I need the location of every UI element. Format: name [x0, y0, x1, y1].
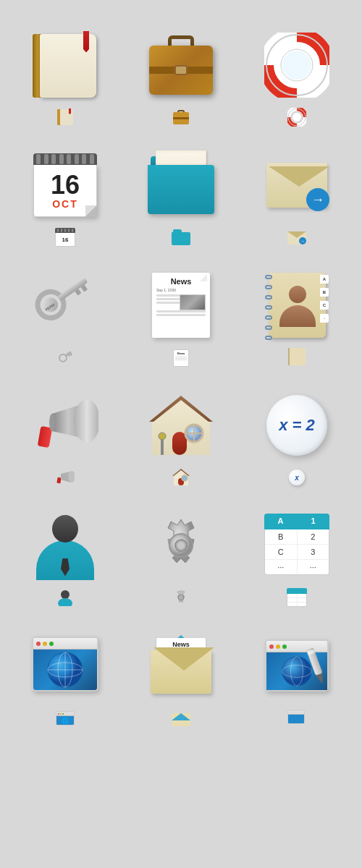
key-cell: PERM — [7, 255, 123, 375]
notebook-cell — [7, 14, 123, 135]
house-svg — [149, 393, 213, 458]
cal-ring — [51, 154, 56, 164]
table-cell-3: 3 — [298, 545, 329, 559]
notebook-small — [57, 109, 73, 126]
math-small-text: x — [295, 474, 299, 482]
house-icon-small — [171, 467, 191, 488]
fs-body — [172, 232, 190, 245]
megaphone-small-svg — [56, 470, 75, 485]
email-arrow-icon — [306, 188, 329, 211]
table-cell-c: C — [265, 545, 298, 559]
cs-top — [55, 228, 75, 233]
browser-icon-small: 🌐 — [55, 707, 75, 728]
megaphone-icon-large — [29, 389, 101, 461]
browser-frame — [32, 637, 98, 692]
table-row: ··· ··· — [265, 560, 329, 574]
cs-body: 16 — [55, 233, 75, 247]
folder-icon — [148, 156, 214, 214]
we-small — [287, 710, 306, 726]
calendar-small: 16 — [55, 228, 75, 247]
browser-toolbar — [33, 638, 97, 650]
ne-envelope — [151, 650, 211, 694]
cs-ring — [64, 229, 66, 232]
user-head — [52, 515, 78, 542]
bs-btn — [62, 713, 64, 715]
megaphone-small — [56, 470, 75, 485]
cs-ring — [68, 229, 70, 232]
table-icon: A 1 B 2 C 3 ··· ··· — [264, 514, 329, 577]
contacts-cell: A B C · — [239, 255, 355, 375]
nes-env — [172, 713, 190, 726]
contacts-tab-c: C — [320, 301, 329, 310]
megaphone-wrapper — [32, 396, 98, 454]
contacts-tabs: A B C · — [320, 275, 329, 323]
notebook-icon — [33, 31, 98, 100]
web-editor-icon — [264, 637, 330, 694]
suitcase-icon — [149, 35, 213, 95]
table-cell-2: 2 — [298, 529, 329, 544]
news-small: News — [173, 348, 189, 367]
notebook-icon-small — [55, 107, 75, 127]
we-btn-close — [269, 644, 274, 649]
folder-icon-small — [171, 227, 191, 247]
svg-rect-20 — [56, 477, 61, 484]
we-frame — [265, 639, 329, 692]
calendar-icon: 16 OCT — [33, 153, 97, 217]
lifebuoy-svg — [264, 33, 329, 98]
contacts-icon-small — [287, 347, 307, 367]
contacts-ring — [265, 315, 272, 320]
table-header-cell-1: 1 — [297, 514, 329, 528]
contacts-tab-a: A — [320, 275, 329, 284]
browser-btn-max — [49, 642, 54, 646]
math-cell: x = 2 x — [239, 375, 355, 495]
ts-cell — [287, 603, 298, 606]
contacts-person — [279, 286, 316, 326]
house-small — [172, 468, 190, 487]
news-envelope-cell: News Sep 1, 2036 — [123, 615, 239, 735]
math-icon: x = 2 — [265, 393, 329, 457]
calendar-cell: 16 OCT 16 — [7, 135, 123, 255]
contacts-icon: A B C · — [265, 271, 329, 340]
svg-rect-16 — [38, 426, 53, 448]
key-small-svg — [58, 350, 72, 365]
news-cell: News Sep 1, 2036 News — [123, 255, 239, 375]
folder-cell — [123, 135, 239, 255]
cs-day-text: 16 — [62, 237, 69, 243]
ts-cell — [298, 603, 307, 606]
user-small-svg — [58, 589, 72, 606]
contacts-ring — [265, 295, 272, 299]
gear-svg — [151, 515, 211, 576]
user-silhouette — [36, 515, 94, 580]
gear-icon-large — [145, 509, 217, 582]
globe-svg — [46, 651, 84, 689]
suitcase-body — [149, 46, 213, 95]
ts-body — [287, 594, 307, 607]
ss-band — [173, 117, 189, 119]
news-line — [156, 314, 206, 316]
ns-line — [175, 358, 187, 359]
calendar-body: 16 OCT — [33, 165, 97, 217]
bs-btn — [58, 713, 59, 715]
key-svg: PERM — [33, 273, 97, 337]
browser-small: 🌐 — [56, 710, 75, 726]
bs-content: 🌐 — [56, 716, 74, 725]
ts-row — [287, 603, 306, 606]
calendar-day: 16 — [51, 172, 80, 198]
lifebuoy-icon — [264, 33, 329, 98]
user-icon-large — [29, 509, 101, 582]
news-icon-small: News — [171, 347, 191, 367]
news-corner — [200, 274, 207, 281]
suitcase-clasp — [174, 65, 188, 75]
news-envelope-icon-small — [171, 707, 191, 728]
news-icon: News Sep 1, 2036 — [149, 271, 213, 340]
calendar-curl — [85, 205, 97, 217]
suitcase-cell — [123, 14, 239, 135]
table-small — [287, 588, 307, 607]
table-cell: A 1 B 2 C 3 ··· ··· — [239, 495, 355, 615]
contacts-tab-b: B — [320, 288, 329, 297]
news-title: News — [156, 277, 206, 286]
contacts-body — [269, 273, 326, 338]
calendar-top — [33, 153, 97, 165]
ss-body — [173, 112, 189, 124]
browser-icon — [32, 637, 98, 694]
